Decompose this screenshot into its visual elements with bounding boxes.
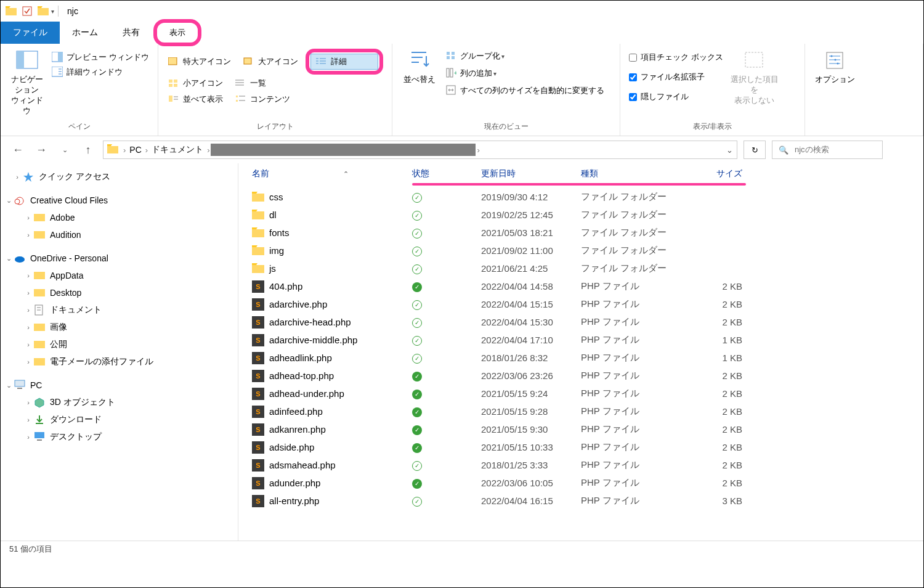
file-status: ✓ [412, 388, 481, 399]
file-row[interactable]: img✓2021/09/02 11:00ファイル フォルダー [238, 242, 923, 259]
tree-creative-cloud[interactable]: ⌄Creative Cloud Files [1, 192, 238, 209]
tab-home[interactable]: ホーム [60, 22, 110, 44]
file-date: 2021/05/15 9:28 [481, 406, 581, 417]
tree-3d-objects[interactable]: ›3D オブジェクト [1, 394, 238, 411]
file-row[interactable]: Sadarchive.php✓2022/04/04 15:15PHP ファイル2… [238, 295, 923, 313]
tree-downloads[interactable]: ›ダウンロード [1, 411, 238, 428]
hide-selected-button[interactable]: 選択した項目を 表示しない [727, 46, 782, 108]
tree-public[interactable]: ›公開 [1, 336, 238, 353]
crumb-redacted[interactable] [211, 144, 476, 156]
file-row[interactable]: dl✓2019/02/25 12:45ファイル フォルダー [238, 206, 923, 224]
col-status[interactable]: 状態 [412, 168, 481, 179]
tree-quick-access[interactable]: ›クイック アクセス [1, 168, 238, 186]
add-columns-button[interactable]: +列の追加 ▾ [442, 66, 608, 81]
details-pane-button[interactable]: 詳細ウィンドウ [48, 65, 153, 80]
layout-tiles[interactable]: 並べて表示 [163, 92, 228, 107]
preview-pane-button[interactable]: プレビュー ウィンドウ [48, 50, 153, 65]
tree-audition[interactable]: ›Audition [1, 226, 238, 243]
navigation-pane-button[interactable]: ナビゲーション ウィンドウ [6, 46, 48, 119]
crumb-documents[interactable]: ドキュメント [149, 144, 206, 155]
svg-rect-41 [452, 56, 455, 59]
file-row[interactable]: css✓2019/09/30 4:12ファイル フォルダー [238, 188, 923, 206]
options-button[interactable]: オプション [810, 46, 859, 88]
tree-appdata[interactable]: ›AppData [1, 267, 238, 284]
svg-marker-80 [252, 245, 257, 247]
svg-marker-52 [107, 144, 112, 146]
col-name[interactable]: 名前⌃ [252, 168, 412, 179]
layout-large-icons[interactable]: 大アイコン [238, 49, 303, 75]
tree-desktop[interactable]: ›Desktop [1, 284, 238, 301]
qat-dropdown[interactable]: ▾ [51, 8, 54, 15]
svg-rect-56 [34, 214, 45, 221]
file-row[interactable]: Sadarchive-head.php✓2022/04/04 15:30PHP … [238, 313, 923, 331]
file-row[interactable]: js✓2021/06/21 4:25ファイル フォルダー [238, 259, 923, 277]
file-name: adside.php [269, 442, 412, 452]
file-row[interactable]: Sadhead-under.php✓2021/05/15 9:24PHP ファイ… [238, 385, 923, 402]
col-size[interactable]: サイズ [683, 168, 742, 179]
file-extensions-toggle[interactable]: ファイル名拡張子 [625, 70, 727, 84]
svg-rect-40 [447, 56, 450, 59]
file-date: 2022/04/04 15:30 [481, 317, 581, 327]
sort-button[interactable]: 並べ替え [397, 46, 442, 88]
svg-rect-72 [37, 439, 42, 441]
col-date[interactable]: 更新日時 [481, 168, 581, 179]
navigation-tree[interactable]: ›クイック アクセス ⌄Creative Cloud Files ›Adobe … [1, 163, 238, 541]
back-button[interactable]: ← [9, 141, 26, 158]
chevron-right-icon[interactable]: › [206, 145, 211, 155]
file-row[interactable]: fonts✓2021/05/03 18:21ファイル フォルダー [238, 224, 923, 242]
path-box[interactable]: › PC › ドキュメント › › ⌄ [103, 141, 737, 159]
tree-adobe[interactable]: ›Adobe [1, 209, 238, 226]
tree-documents[interactable]: ›ドキュメント [1, 301, 238, 319]
tree-desktop-pc[interactable]: ›デスクトップ [1, 428, 238, 446]
chevron-right-icon[interactable]: › [144, 145, 149, 155]
file-row[interactable]: Sadinfeed.php✓2021/05/15 9:28PHP ファイル2 K… [238, 402, 923, 420]
file-name: img [269, 245, 412, 256]
hidden-files-toggle[interactable]: 隠しファイル [625, 89, 727, 104]
layout-small-icons[interactable]: 小アイコン [163, 76, 228, 91]
chevron-right-icon[interactable]: › [476, 145, 480, 155]
chevron-right-icon[interactable]: › [122, 145, 127, 155]
file-status: ✓ [412, 423, 481, 435]
file-row[interactable]: Sadheadlink.php✓2018/01/26 8:32PHP ファイル1… [238, 349, 923, 367]
refresh-button[interactable]: ↻ [744, 141, 766, 159]
up-button[interactable]: ↑ [79, 141, 97, 158]
save-icon[interactable] [20, 4, 34, 18]
file-row[interactable]: S404.php✓2022/04/04 14:58PHP ファイル2 KB [238, 277, 923, 295]
layout-list[interactable]: 一覧 [230, 76, 271, 91]
layout-xl-icons[interactable]: 特大アイコン [163, 49, 236, 75]
file-type: PHP ファイル [581, 441, 683, 453]
tree-pictures[interactable]: ›画像 [1, 319, 238, 336]
status-synced-icon: ✓ [412, 282, 422, 292]
tab-share[interactable]: 共有 [110, 22, 152, 44]
recent-dropdown[interactable]: ⌄ [56, 141, 73, 158]
svg-rect-66 [34, 358, 45, 365]
tab-file[interactable]: ファイル [1, 22, 60, 44]
file-row[interactable]: Sall-entry.php✓2022/04/04 16:15PHP ファイル3… [238, 492, 923, 510]
file-row[interactable]: Sadkanren.php✓2021/05/15 9:30PHP ファイル2 K… [238, 420, 923, 438]
autosize-columns-button[interactable]: すべての列のサイズを自動的に変更する [442, 83, 608, 98]
tree-email-attachments[interactable]: ›電子メールの添付ファイル [1, 353, 238, 370]
file-status: ✓ [412, 227, 481, 239]
layout-details[interactable]: 詳細 [310, 54, 378, 70]
item-checkboxes-toggle[interactable]: 項目チェック ボックス [625, 50, 727, 65]
file-type: PHP ファイル [581, 477, 683, 489]
file-date: 2021/05/15 9:24 [481, 388, 581, 399]
path-dropdown[interactable]: ⌄ [726, 145, 733, 155]
file-row[interactable]: Sadsmahead.php✓2018/01/25 3:33PHP ファイル2 … [238, 456, 923, 474]
col-type[interactable]: 種類 [581, 168, 683, 179]
file-row[interactable]: Sadunder.php✓2022/03/06 10:05PHP ファイル2 K… [238, 474, 923, 492]
tree-onedrive[interactable]: ⌄OneDrive - Personal [1, 250, 238, 267]
file-row[interactable]: Sadhead-top.php✓2022/03/06 23:26PHP ファイル… [238, 367, 923, 385]
file-date: 2021/05/15 9:30 [481, 424, 581, 435]
layout-content[interactable]: コンテンツ [230, 92, 295, 107]
tab-view[interactable]: 表示 [169, 27, 185, 38]
file-row[interactable]: Sadside.php✓2021/05/15 10:33PHP ファイル2 KB [238, 438, 923, 456]
tree-pc[interactable]: ⌄PC [1, 377, 238, 394]
forward-button[interactable]: → [33, 141, 50, 158]
file-type: ファイル フォルダー [581, 209, 683, 221]
file-row[interactable]: Sadarchive-middle.php✓2022/04/04 17:10PH… [238, 331, 923, 349]
search-input[interactable]: 🔍 njcの検索 [772, 141, 883, 159]
group-by-button[interactable]: グループ化 ▾ [442, 49, 608, 63]
crumb-pc[interactable]: PC [127, 145, 144, 155]
file-name: adunder.php [269, 478, 412, 488]
